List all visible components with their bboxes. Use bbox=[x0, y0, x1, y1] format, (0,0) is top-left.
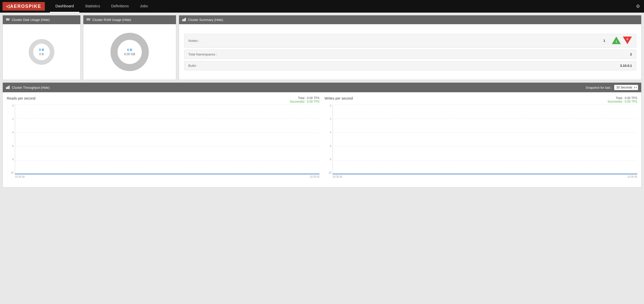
disk-body: 0 B 0 B bbox=[3, 24, 80, 80]
charts-body: Reads per second Total : 0.00 TPS Succes… bbox=[3, 92, 641, 187]
summary-row-nodes: Nodes : 1 1 0 bbox=[184, 34, 636, 48]
writes-stats: Total : 0.00 TPS Successful : 0.00 TPS bbox=[607, 96, 637, 103]
ram-panel-title: Cluster RAM Usage (Hide) bbox=[92, 18, 131, 22]
summary-panel: Cluster Summary (Hide) Nodes : 1 1 bbox=[179, 15, 641, 80]
reads-chart-line bbox=[15, 174, 319, 174]
ram-icon bbox=[86, 17, 90, 22]
wy-label-2: 2 bbox=[326, 118, 331, 120]
logo: ◁ AEROSPIKE bbox=[3, 2, 45, 11]
reads-successful: Successful : 0.00 TPS bbox=[290, 100, 319, 103]
svg-rect-10 bbox=[89, 19, 89, 20]
namespaces-value: 2 bbox=[630, 52, 632, 56]
build-label: Build : bbox=[188, 64, 197, 68]
logo-arrow: ◁ bbox=[6, 4, 10, 9]
y-label-10: 10 bbox=[8, 171, 14, 174]
reads-chart-wrapper: 10 8 6 4 2 0 bbox=[7, 104, 319, 183]
disk-value-bot: 0 B bbox=[39, 52, 44, 56]
y-label-4: 4 bbox=[8, 131, 14, 134]
reads-chart-title: Reads per second bbox=[7, 96, 35, 100]
summary-row-namespaces: Total Namespaces : 2 bbox=[184, 50, 636, 59]
wgrid-line-60 bbox=[333, 133, 637, 133]
reads-title-row: Reads per second Total : 0.00 TPS Succes… bbox=[7, 96, 319, 103]
svg-rect-18 bbox=[9, 86, 10, 89]
ram-panel-header: Cluster RAM Usage (Hide) bbox=[83, 15, 176, 24]
grid-line-80 bbox=[15, 118, 319, 119]
reads-chart-area: 10 8 6 4 2 0 bbox=[15, 104, 319, 175]
disk-donut: 0 B 0 B bbox=[28, 38, 55, 66]
writes-x-label-2: 10:35:45 bbox=[627, 175, 637, 178]
writes-title-row: Writes per second Total : 0.00 TPS Succe… bbox=[325, 96, 637, 103]
writes-x-label-1: 10:35:30 bbox=[333, 175, 342, 178]
y-label-2: 2 bbox=[8, 118, 14, 120]
nav-jobs[interactable]: Jobs bbox=[134, 0, 153, 13]
disk-value-top: 0 B bbox=[39, 48, 44, 52]
svg-rect-9 bbox=[88, 19, 89, 20]
grid-line-100 bbox=[15, 104, 319, 105]
wgrid-line-80 bbox=[333, 118, 637, 119]
writes-successful: Successful : 0.00 TPS bbox=[607, 100, 637, 103]
writes-y-labels: 10 8 6 4 2 0 bbox=[326, 104, 331, 175]
settings-icon[interactable]: ⚙ bbox=[636, 4, 640, 9]
wy-label-0: 0 bbox=[326, 104, 331, 107]
grid-line-40 bbox=[15, 146, 319, 147]
throughput-header: Cluster Throughput (Hide) Snapshot for l… bbox=[3, 83, 641, 92]
summary-panel-title: Cluster Summary (Hide) bbox=[188, 18, 223, 22]
writes-chart-area: 10 8 6 4 2 0 bbox=[333, 104, 637, 175]
ram-value-top: 0 B bbox=[124, 48, 135, 52]
wgrid-line-40 bbox=[333, 146, 637, 147]
svg-rect-15 bbox=[185, 18, 186, 21]
svg-rect-8 bbox=[87, 19, 88, 20]
nodes-label: Nodes : bbox=[188, 39, 200, 43]
topbar: ◁ AEROSPIKE Dashboard Statistics Definit… bbox=[0, 0, 644, 13]
snapshot-select-wrap[interactable]: 10 Seconds 30 Seconds 1 Minute 5 Minutes bbox=[614, 85, 638, 90]
svg-rect-2 bbox=[6, 20, 10, 20]
svg-point-4 bbox=[9, 19, 9, 20]
summary-panel-header: Cluster Summary (Hide) bbox=[179, 15, 641, 24]
wy-label-4: 4 bbox=[326, 131, 331, 134]
svg-rect-13 bbox=[182, 19, 183, 21]
reads-total: Total : 0.00 TPS bbox=[290, 96, 319, 100]
y-label-6: 6 bbox=[8, 145, 14, 147]
nav-dashboard[interactable]: Dashboard bbox=[50, 0, 79, 13]
snapshot-select[interactable]: 10 Seconds 30 Seconds 1 Minute 5 Minutes bbox=[614, 85, 638, 90]
svg-rect-17 bbox=[7, 86, 8, 89]
summary-row-build: Build : 3.10.0.1 bbox=[184, 61, 636, 70]
throughput-title: Cluster Throughput (Hide) bbox=[12, 86, 50, 89]
disk-icon bbox=[6, 17, 10, 22]
svg-rect-14 bbox=[184, 19, 185, 21]
summary-icon bbox=[182, 17, 186, 22]
reads-x-label-2: 10:35:45 bbox=[310, 175, 319, 178]
reads-stats: Total : 0.00 TPS Successful : 0.00 TPS bbox=[290, 96, 319, 103]
wy-label-10: 10 bbox=[326, 171, 331, 174]
wgrid-line-100 bbox=[333, 104, 637, 105]
throughput-header-left: Cluster Throughput (Hide) bbox=[6, 85, 50, 90]
wgrid-line-20 bbox=[333, 161, 637, 161]
reads-y-labels: 10 8 6 4 2 0 bbox=[8, 104, 14, 175]
main-content: Cluster Disk Usage (Hide) 0 B 0 B bbox=[0, 13, 644, 190]
summary-body: Nodes : 1 1 0 bbox=[179, 24, 641, 80]
badge-red-value: 0 bbox=[626, 38, 629, 41]
grid-line-60 bbox=[15, 133, 319, 133]
wy-label-8: 8 bbox=[326, 158, 331, 161]
badge-green-wrap: 1 bbox=[612, 37, 621, 45]
throughput-panel: Cluster Throughput (Hide) Snapshot for l… bbox=[3, 82, 641, 188]
wy-label-6: 6 bbox=[326, 145, 331, 147]
nav-statistics[interactable]: Statistics bbox=[79, 0, 105, 13]
snapshot-label: Snapshot for last : bbox=[586, 86, 612, 89]
top-row: Cluster Disk Usage (Hide) 0 B 0 B bbox=[3, 15, 641, 80]
disk-panel-title: Cluster Disk Usage (Hide) bbox=[12, 18, 50, 22]
writes-x-labels: 10:35:30 10:35:45 bbox=[333, 175, 637, 178]
nodes-badges: 1 0 bbox=[612, 37, 632, 45]
throughput-icon bbox=[6, 85, 10, 90]
disk-panel: Cluster Disk Usage (Hide) 0 B 0 B bbox=[3, 15, 81, 80]
grid-line-20 bbox=[15, 161, 319, 161]
svg-point-3 bbox=[9, 18, 9, 19]
nodes-value: 1 bbox=[603, 39, 605, 43]
badge-green-value: 1 bbox=[615, 40, 618, 43]
reads-chart-section: Reads per second Total : 0.00 TPS Succes… bbox=[7, 96, 319, 183]
ram-value-bot: 8.00 GB bbox=[124, 52, 135, 56]
nav-definitions[interactable]: Definitions bbox=[105, 0, 134, 13]
logo-text: AEROSPIKE bbox=[10, 4, 41, 9]
badge-red: 0 bbox=[623, 37, 632, 44]
build-value: 3.10.0.1 bbox=[620, 64, 632, 68]
